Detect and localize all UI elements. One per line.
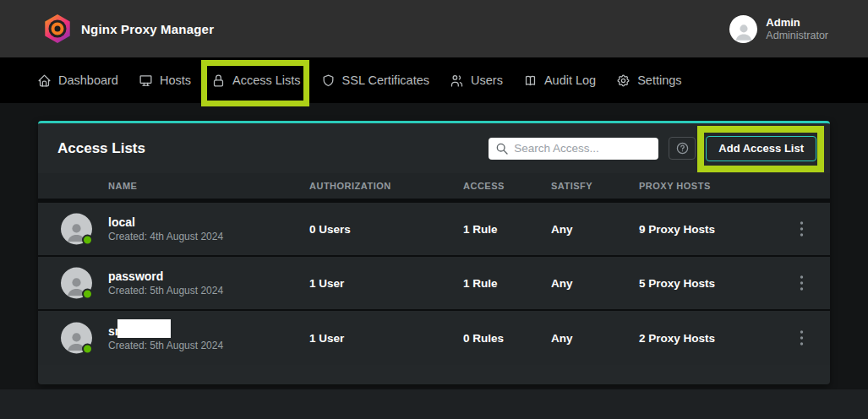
nav-item-ssl-certificates[interactable]: SSL Certificates <box>321 73 429 88</box>
help-circle-icon <box>675 141 690 155</box>
nav-item-access-lists[interactable]: Access Lists <box>211 73 301 88</box>
page-footer-area <box>0 389 868 419</box>
authorization-cell: 0 Users <box>309 223 351 236</box>
person-icon <box>733 21 755 43</box>
proxy-hosts-cell: 9 Proxy Hosts <box>639 223 715 236</box>
status-online-dot <box>82 344 93 355</box>
row-menu-button[interactable] <box>796 218 807 240</box>
table-row[interactable]: sn Created: 5th August 2024 1 User 0 Rul… <box>38 311 830 365</box>
access-cell: 0 Rules <box>463 332 504 345</box>
nav-label: Dashboard <box>58 73 118 87</box>
app-header: Nginx Proxy Manager Admin Administrator <box>0 0 868 57</box>
monitor-icon <box>139 73 153 88</box>
gear-icon <box>616 73 631 88</box>
add-access-list-highlight: Add Access List <box>706 136 816 161</box>
nav-label: Settings <box>637 73 681 87</box>
access-lists-panel: Access Lists Add Access List NAME AUTHOR… <box>38 121 830 384</box>
column-header-satisfy: SATISFY <box>551 181 592 191</box>
satisfy-cell: Any <box>551 332 573 345</box>
dots-vertical-icon <box>800 221 804 237</box>
user-menu[interactable]: Admin Administrator <box>729 15 828 43</box>
nav-item-audit-log[interactable]: Audit Log <box>523 73 596 88</box>
row-avatar <box>61 214 92 245</box>
redaction-box <box>117 319 171 338</box>
nav-item-dashboard[interactable]: Dashboard <box>37 73 118 88</box>
authorization-cell: 1 User <box>309 277 344 290</box>
proxy-hosts-cell: 2 Proxy Hosts <box>639 332 715 345</box>
user-name: Admin <box>766 16 828 30</box>
row-avatar <box>61 268 92 299</box>
search-icon <box>495 142 509 155</box>
access-cell: 1 Rule <box>463 223 498 236</box>
nav-label: Access Lists <box>232 73 301 87</box>
nav-label: SSL Certificates <box>342 73 429 87</box>
column-header-access: ACCESS <box>463 181 505 191</box>
search-box <box>489 138 658 160</box>
table-row[interactable]: password Created: 5th August 2024 1 User… <box>38 257 830 311</box>
shield-icon <box>321 73 336 88</box>
help-button[interactable] <box>669 137 696 160</box>
column-header-name: NAME <box>108 181 137 191</box>
dots-vertical-icon <box>800 330 804 346</box>
nav-label: Hosts <box>160 73 191 87</box>
access-list-name: local <box>108 215 223 230</box>
nav-label: Users <box>471 73 503 87</box>
row-avatar <box>61 323 92 354</box>
row-menu-button[interactable] <box>796 272 807 294</box>
status-online-dot <box>82 235 93 246</box>
home-icon <box>37 73 52 88</box>
access-list-name: password <box>108 269 223 284</box>
app-logo-icon <box>44 14 71 43</box>
name-cell: local Created: 4th August 2024 <box>108 215 223 244</box>
created-date: Created: 5th August 2024 <box>108 284 223 298</box>
satisfy-cell: Any <box>551 223 573 236</box>
nginx-proxy-manager-app: Nginx Proxy Manager Admin Administrator … <box>0 0 868 419</box>
panel-controls: Add Access List <box>489 136 816 161</box>
satisfy-cell: Any <box>551 277 573 290</box>
table-row[interactable]: local Created: 4th August 2024 0 Users 1… <box>38 203 830 257</box>
column-header-authorization: AUTHORIZATION <box>309 181 391 191</box>
nav-item-users[interactable]: Users <box>450 73 503 88</box>
created-date: Created: 5th August 2024 <box>108 339 223 353</box>
access-cell: 1 Rule <box>463 277 498 290</box>
user-avatar <box>729 15 757 43</box>
proxy-hosts-cell: 5 Proxy Hosts <box>639 277 715 290</box>
add-access-list-button[interactable]: Add Access List <box>706 136 816 161</box>
app-title: Nginx Proxy Manager <box>81 22 214 36</box>
nav-item-settings[interactable]: Settings <box>616 73 681 88</box>
table-header-row: NAME AUTHORIZATION ACCESS SATISFY PROXY … <box>38 173 830 203</box>
created-date: Created: 4th August 2024 <box>108 230 223 244</box>
row-menu-button[interactable] <box>796 327 807 349</box>
column-header-proxy-hosts: PROXY HOSTS <box>639 181 711 191</box>
status-online-dot <box>82 289 93 300</box>
authorization-cell: 1 User <box>309 332 344 345</box>
book-icon <box>523 73 538 88</box>
dots-vertical-icon <box>800 275 804 291</box>
name-cell: password Created: 5th August 2024 <box>108 269 223 298</box>
users-icon <box>450 73 464 88</box>
panel-header: Access Lists Add Access List <box>38 123 830 173</box>
nav-item-hosts[interactable]: Hosts <box>139 73 191 88</box>
search-input[interactable] <box>489 138 658 160</box>
lock-icon <box>211 73 226 88</box>
user-role: Administrator <box>766 30 828 42</box>
panel-title: Access Lists <box>57 140 489 157</box>
nav-label: Audit Log <box>544 73 596 87</box>
main-nav: Dashboard Hosts Access Lists SSL Certifi… <box>0 57 868 103</box>
